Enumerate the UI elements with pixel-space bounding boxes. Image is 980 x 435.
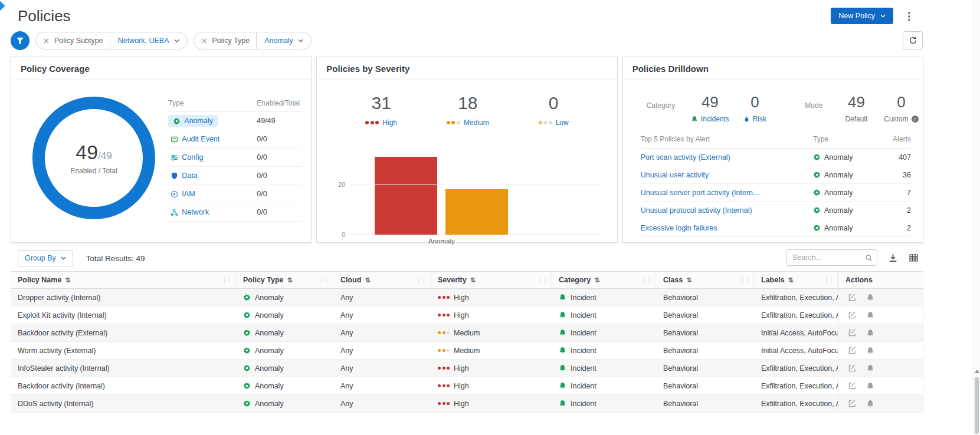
filter-chip[interactable]: Policy Subtype Network, UEBA bbox=[35, 32, 188, 50]
top-policy-row: Unusual protocol activity (Internal) Ano… bbox=[641, 202, 911, 219]
alert-count: 2 bbox=[883, 224, 911, 232]
actions-cell bbox=[838, 395, 923, 412]
column-header[interactable]: Labels ⇅ ⋮⋮ bbox=[754, 272, 838, 288]
bell-icon[interactable] bbox=[866, 294, 874, 302]
type-link[interactable]: IAM bbox=[168, 188, 199, 200]
policy-link[interactable]: Unusual user activity bbox=[641, 171, 813, 179]
policy-type-text: Anomaly bbox=[255, 347, 284, 355]
policy-name-cell[interactable]: Worm activity (External) bbox=[11, 342, 236, 359]
actions-cell bbox=[838, 360, 923, 377]
column-header[interactable]: Severity ⇅ ⋮⋮ bbox=[431, 272, 552, 288]
risk-link[interactable]: Risk bbox=[735, 115, 774, 123]
scrollbar-thumb[interactable] bbox=[975, 377, 979, 434]
bell-icon[interactable] bbox=[866, 364, 874, 373]
policy-link[interactable]: Port scan activity (External) bbox=[641, 153, 813, 162]
edit-icon[interactable] bbox=[848, 328, 857, 337]
column-resize-handle[interactable]: ⋮⋮ bbox=[417, 277, 430, 283]
search-input[interactable] bbox=[786, 249, 877, 266]
vertical-scrollbar[interactable] bbox=[974, 0, 980, 435]
manage-columns-icon[interactable] bbox=[909, 253, 919, 263]
column-header[interactable]: Policy Type ⇅ ⋮⋮ bbox=[236, 272, 333, 288]
filter-chip-value[interactable]: Anomaly bbox=[256, 32, 311, 49]
card-title: Policies Drilldown bbox=[623, 57, 923, 80]
bell-icon[interactable] bbox=[866, 400, 874, 408]
type-link[interactable]: Config bbox=[168, 151, 208, 163]
policy-name-cell[interactable]: DDoS activity (Internal) bbox=[11, 395, 236, 412]
filter-chip-value[interactable]: Network, UEBA bbox=[110, 32, 187, 49]
remove-filter-icon[interactable] bbox=[194, 38, 212, 44]
type-link[interactable]: Network bbox=[168, 206, 214, 218]
column-resize-handle[interactable]: ⋮⋮ bbox=[740, 277, 753, 283]
scrollbar-up-arrow-icon[interactable] bbox=[975, 370, 979, 373]
column-header[interactable]: Category ⇅ ⋮⋮ bbox=[552, 272, 656, 288]
severity-label[interactable]: Low bbox=[556, 118, 569, 127]
column-resize-handle[interactable]: ⋮⋮ bbox=[222, 277, 235, 283]
more-options-icon[interactable]: ⋮ bbox=[903, 10, 915, 22]
type-link[interactable]: Audit Event bbox=[168, 133, 224, 145]
type-link[interactable]: Anomaly bbox=[168, 115, 218, 127]
bell-icon[interactable] bbox=[866, 329, 874, 337]
top-policy-row: Excessive login failures Anomaly 2 bbox=[641, 219, 911, 237]
severity-label[interactable]: Medium bbox=[464, 118, 489, 127]
info-icon[interactable]: i bbox=[912, 116, 919, 123]
bar-medium bbox=[445, 189, 508, 235]
category-cell: Incident bbox=[552, 342, 656, 359]
edit-icon[interactable] bbox=[848, 399, 857, 408]
policy-name-cell[interactable]: Backdoor activity (External) bbox=[11, 324, 236, 341]
edit-icon[interactable] bbox=[848, 311, 857, 319]
policy-name-cell[interactable]: Exploit Kit activity (Internal) bbox=[11, 307, 236, 324]
policy-link[interactable]: Excessive login failures bbox=[641, 224, 813, 232]
column-header[interactable]: Policy Name ⇅ ⋮⋮ bbox=[11, 272, 236, 288]
policy-type-text: Anomaly bbox=[255, 364, 284, 373]
category-cell: Incident bbox=[552, 307, 656, 324]
edit-icon[interactable] bbox=[848, 364, 857, 373]
filter-chip[interactable]: Policy Type Anomaly bbox=[194, 32, 312, 50]
severity-label[interactable]: High bbox=[382, 118, 397, 127]
column-header[interactable]: Cloud ⇅ ⋮⋮ bbox=[333, 272, 431, 288]
incidents-count: 49 bbox=[690, 93, 729, 111]
reset-filters-button[interactable] bbox=[903, 31, 923, 50]
policy-name-cell[interactable]: Backdoor activity (Internal) bbox=[11, 377, 236, 394]
column-resize-handle[interactable]: ⋮⋮ bbox=[537, 277, 551, 283]
top-policies-column-header: Top 5 Policies by Alert bbox=[641, 135, 813, 143]
new-policy-button[interactable]: New Policy bbox=[831, 8, 893, 24]
x-category-label: Anomaly bbox=[375, 238, 508, 245]
class-cell: Behavioral bbox=[656, 342, 754, 359]
edit-icon[interactable] bbox=[848, 346, 857, 355]
filter-icon[interactable] bbox=[11, 31, 30, 50]
column-header-label: Severity bbox=[438, 276, 467, 284]
policy-name-cell[interactable]: Dropper activity (Internal) bbox=[11, 289, 236, 306]
incidents-link[interactable]: Incidents bbox=[690, 115, 729, 123]
column-header[interactable]: Actions ⇅ ⋮⋮ bbox=[838, 272, 923, 288]
risk-stat: 0 Risk bbox=[735, 93, 774, 123]
column-header[interactable]: Class ⇅ ⋮⋮ bbox=[656, 272, 754, 288]
bell-icon[interactable] bbox=[866, 382, 874, 390]
table-row: InfoStealer activity (Internal) Anomaly … bbox=[11, 360, 923, 377]
search-box bbox=[786, 249, 877, 266]
type-link[interactable]: Data bbox=[168, 170, 202, 182]
policy-link[interactable]: Unusual protocol activity (Internal) bbox=[641, 206, 813, 215]
remove-filter-icon[interactable] bbox=[36, 38, 54, 44]
top-policies-table: Top 5 Policies by Alert Type Alerts Port… bbox=[641, 130, 911, 237]
gear-icon bbox=[243, 382, 251, 390]
policy-type-text: Anomaly bbox=[824, 171, 853, 179]
bell-icon[interactable] bbox=[866, 347, 874, 355]
download-icon[interactable] bbox=[888, 253, 898, 263]
coverage-type-rows: Anomaly 49/49 Audit Event bbox=[168, 112, 301, 222]
policy-name-cell[interactable]: InfoStealer activity (Internal) bbox=[11, 360, 236, 377]
policy-link[interactable]: Unusual server port activity (Intern... bbox=[641, 189, 813, 197]
bell-icon bbox=[559, 329, 566, 337]
edit-icon[interactable] bbox=[848, 381, 857, 390]
type-enabled-total: 49/49 bbox=[257, 117, 301, 125]
class-cell: Behavioral bbox=[656, 289, 754, 306]
column-resize-handle[interactable]: ⋮⋮ bbox=[642, 277, 655, 283]
policy-type-cell: Anomaly bbox=[236, 324, 333, 341]
column-header-label: Policy Type bbox=[243, 276, 284, 284]
column-resize-handle[interactable]: ⋮⋮ bbox=[319, 277, 333, 283]
severity-dots-icon bbox=[438, 314, 450, 317]
actions-cell bbox=[838, 289, 923, 306]
edit-icon[interactable] bbox=[848, 293, 857, 302]
column-resize-handle[interactable]: ⋮⋮ bbox=[824, 277, 837, 283]
bell-icon[interactable] bbox=[866, 311, 874, 319]
group-by-button[interactable]: Group By bbox=[18, 250, 73, 266]
